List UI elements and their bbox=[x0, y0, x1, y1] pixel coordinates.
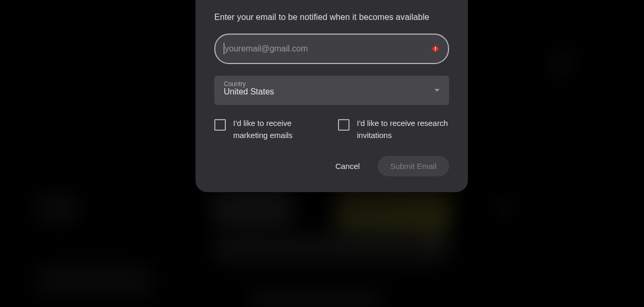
error-diamond-icon bbox=[431, 45, 440, 53]
country-field-label: Country bbox=[224, 80, 246, 88]
research-checkbox-group[interactable]: I'd like to receive research invitations bbox=[338, 118, 449, 141]
marketing-checkbox-label: I'd like to receive marketing emails bbox=[233, 118, 325, 141]
marketing-checkbox-group[interactable]: I'd like to receive marketing emails bbox=[214, 118, 325, 141]
svg-rect-1 bbox=[435, 50, 436, 51]
country-select-wrapper: Country United States bbox=[214, 76, 449, 105]
text-cursor bbox=[224, 43, 224, 55]
country-select[interactable]: Country United States bbox=[214, 76, 449, 105]
email-input[interactable] bbox=[214, 34, 449, 64]
cancel-button[interactable]: Cancel bbox=[328, 156, 367, 176]
marketing-checkbox[interactable] bbox=[214, 119, 226, 131]
chevron-down-icon bbox=[434, 89, 440, 92]
email-field-wrapper bbox=[214, 34, 449, 64]
research-checkbox[interactable] bbox=[338, 119, 350, 131]
research-checkbox-label: I'd like to receive research invitations bbox=[357, 118, 449, 141]
dialog-actions: Cancel Submit Email bbox=[214, 156, 449, 176]
submit-email-button[interactable]: Submit Email bbox=[378, 156, 449, 176]
svg-rect-0 bbox=[435, 47, 436, 49]
country-selected-value: United States bbox=[224, 87, 274, 96]
dialog-prompt: Enter your email to be notified when it … bbox=[214, 13, 449, 22]
notify-dialog: Enter your email to be notified when it … bbox=[195, 0, 468, 192]
checkbox-row: I'd like to receive marketing emails I'd… bbox=[214, 118, 449, 141]
